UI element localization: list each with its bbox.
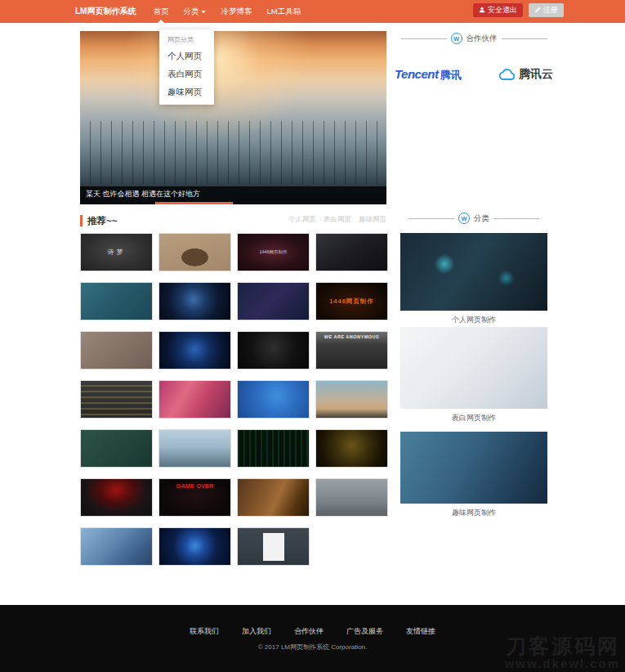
recommend-filter-links: 个人网页 表白网页 趣味网页 — [288, 215, 386, 225]
thumbnail-chalkboard[interactable] — [80, 429, 153, 468]
register-button[interactable]: 注册 — [529, 3, 564, 17]
page-footer: 联系我们 加入我们 合作伙伴 广告及服务 友情链接 © 2017 LM网页制作系… — [0, 605, 625, 672]
footer-link-friends[interactable]: 友情链接 — [406, 626, 435, 637]
nav-item-category[interactable]: 分类 — [176, 0, 213, 23]
thumbnail-label: 1446网页制作 — [259, 249, 287, 255]
thumbnail-1446-fire[interactable]: 1446网页制作 — [315, 282, 388, 320]
tencent-logo[interactable]: Tencent 腾讯 — [395, 67, 461, 83]
logout-button[interactable]: 安全退出 — [473, 3, 523, 17]
footer-link-ads[interactable]: 广告及服务 — [346, 626, 383, 637]
categories-header: W 分类 — [395, 213, 553, 224]
thumbnail-superman[interactable] — [315, 233, 388, 271]
thumbnail-starfield[interactable] — [237, 282, 310, 320]
page: LM网页制作系统 首页 分类 冷梦博客 LM工具箱 安全退出 注册 某天 也许会… — [0, 0, 625, 672]
filter-link-confession[interactable]: 表白网页 — [324, 215, 351, 225]
categories-title: 分类 — [474, 213, 489, 224]
category-caption: 个人网页制作 — [400, 311, 547, 325]
nav-item-toolbox[interactable]: LM工具箱 — [259, 0, 308, 23]
carousel-progress-track — [80, 202, 386, 204]
hero-carousel[interactable]: 某天 也许会相遇 相遇在这个好地方 — [80, 31, 386, 204]
category-dropdown-menu: 网页分类 个人网页 表白网页 趣味网页 — [159, 29, 214, 105]
top-navbar: LM网页制作系统 首页 分类 冷梦博客 LM工具箱 安全退出 注册 — [0, 0, 625, 23]
thumbnail-shimeng[interactable]: 诗梦 — [80, 233, 153, 271]
thumbnail-blue-rose[interactable] — [158, 527, 231, 566]
thumbnail-profile-card[interactable] — [237, 527, 310, 566]
footer-link-join[interactable]: 加入我们 — [242, 626, 271, 637]
filter-link-fun[interactable]: 趣味网页 — [359, 215, 386, 225]
category-image[interactable] — [400, 432, 547, 504]
navbar-buttons: 安全退出 注册 — [473, 3, 564, 17]
category-card-personal[interactable]: 个人网页制作 — [400, 233, 547, 325]
user-icon — [479, 7, 485, 13]
cloud-icon — [498, 69, 516, 81]
thumbnail-game-over[interactable]: GAME OVER — [158, 478, 231, 517]
thumbnail-grid: 诗梦1446网页制作1446网页制作WE ARE ANONYMOUSGAME O… — [80, 233, 388, 566]
brand-mark-icon: W — [458, 213, 470, 224]
thumbnail-label: GAME OVER — [176, 482, 214, 490]
thumbnail-gold-particles[interactable] — [315, 429, 388, 468]
category-card-confession[interactable]: 表白网页制作 — [400, 327, 547, 423]
thumbnail-city-ruins[interactable] — [315, 478, 388, 517]
thumbnail-label: 1446网页制作 — [329, 298, 374, 306]
nav-item-label: 首页 — [153, 7, 168, 17]
nav-item-blog[interactable]: 冷梦博客 — [213, 0, 259, 23]
thumbnail-label: 诗梦 — [108, 248, 126, 257]
nav-item-home[interactable]: 首页 — [145, 0, 176, 23]
pencil-icon — [534, 7, 541, 13]
dropdown-header: 网页分类 — [159, 34, 214, 47]
nav-item-label: 冷梦博客 — [221, 7, 252, 17]
thumbnail-avatar-login[interactable] — [80, 331, 153, 370]
category-image[interactable] — [400, 327, 547, 409]
partners-title: 合作伙伴 — [467, 34, 498, 44]
carousel-progress-bar — [155, 202, 233, 204]
category-image[interactable] — [400, 233, 547, 311]
thumbnail-label: WE ARE ANONYMOUS — [324, 334, 379, 339]
category-card-fun[interactable]: 趣味网页制作 — [400, 432, 547, 518]
partners-header: W 合作伙伴 — [395, 33, 553, 44]
carousel-image-reeds — [80, 121, 386, 183]
thumbnail-anime-ship[interactable] — [80, 527, 153, 566]
tencent-cloud-logo[interactable]: 腾讯云 — [498, 67, 553, 82]
nav-item-label: LM工具箱 — [266, 7, 301, 17]
divider-line — [493, 218, 539, 219]
tencent-logo-latin: Tencent — [395, 67, 438, 81]
carousel-caption: 某天 也许会相遇 相遇在这个好地方 — [80, 186, 386, 202]
thumbnail-galaxy-spiral[interactable] — [158, 282, 231, 320]
chevron-down-icon — [201, 11, 206, 16]
thumbnail-sky-balloon[interactable] — [315, 380, 388, 419]
thumbnail-dark-logo[interactable] — [237, 331, 310, 370]
logout-label: 安全退出 — [488, 6, 517, 15]
thumbnail-blue-poly[interactable] — [237, 380, 310, 419]
thumbnail-red-sphere[interactable] — [80, 478, 153, 517]
dropdown-item-fun[interactable]: 趣味网页 — [159, 83, 214, 101]
thumbnail-score-table[interactable] — [80, 380, 153, 419]
tencent-logo-zh: 腾讯 — [440, 68, 461, 83]
thumbnail-space-comets[interactable] — [237, 478, 310, 517]
divider-line — [502, 38, 547, 39]
nav-item-label: 分类 — [183, 7, 199, 17]
main-nav: 首页 分类 冷梦博客 LM工具箱 — [145, 0, 308, 23]
thumbnail-monkey[interactable] — [158, 233, 231, 271]
recommend-section-header: 推荐~~ 个人网页 表白网页 趣味网页 — [80, 213, 386, 226]
thumbnail-matrix[interactable] — [237, 429, 310, 468]
dropdown-item-personal[interactable]: 个人网页 — [159, 47, 214, 65]
watermark-line1: 刀客源码网 — [505, 635, 620, 657]
divider-line — [401, 38, 447, 39]
thumbnail-teal-poly[interactable] — [80, 282, 153, 320]
thumbnail-1446-red[interactable]: 1446网页制作 — [237, 233, 310, 271]
category-caption: 表白网页制作 — [400, 409, 547, 423]
thumbnail-blue-ring[interactable] — [158, 331, 231, 370]
thumbnail-lake-pier[interactable] — [158, 429, 231, 468]
thumbnail-pink-anime[interactable] — [158, 380, 231, 419]
footer-link-contact[interactable]: 联系我们 — [190, 626, 219, 637]
footer-link-partners[interactable]: 合作伙伴 — [294, 626, 324, 637]
brand[interactable]: LM网页制作系统 — [75, 6, 136, 17]
divider-line — [408, 218, 454, 219]
register-label: 注册 — [543, 6, 558, 15]
brand-mark-icon: W — [451, 33, 462, 44]
dropdown-item-confession[interactable]: 表白网页 — [159, 65, 214, 83]
thumbnail-anonymous[interactable]: WE ARE ANONYMOUS — [315, 331, 388, 370]
watermark-line2: www.dkewl.com — [505, 657, 620, 670]
partner-logos: Tencent 腾讯 腾讯云 — [395, 57, 553, 92]
filter-link-personal[interactable]: 个人网页 — [288, 215, 316, 225]
